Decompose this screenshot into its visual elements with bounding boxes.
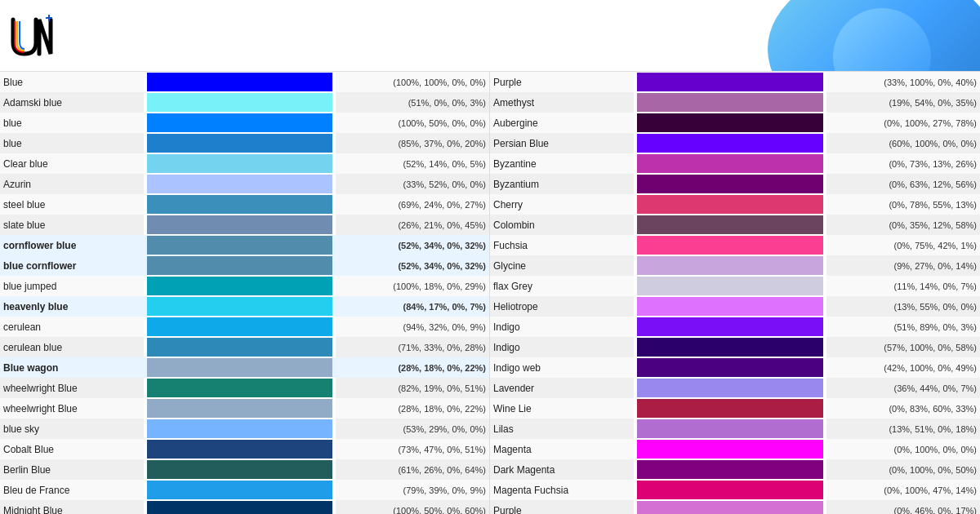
color-swatch [147,460,332,479]
color-name: Heliotrope [490,296,634,317]
color-swatch-cell [634,378,826,398]
color-value: (100%, 18%, 0%, 29%) [336,276,489,296]
color-name: Bleu de France [0,480,144,500]
color-value: (19%, 54%, 0%, 35%) [826,92,980,113]
logo-icon [7,11,56,60]
color-swatch [147,256,332,275]
table-row: blue(100%, 50%, 0%, 0%) [0,113,489,133]
color-swatch-cell [144,500,336,514]
table-row: blue jumped(100%, 18%, 0%, 29%) [0,276,489,296]
color-value: (13%, 55%, 0%, 0%) [826,296,980,317]
color-value: (100%, 50%, 0%, 60%) [336,500,489,514]
color-name: Lilas [490,419,634,439]
color-swatch-cell [144,174,336,194]
left-panel[interactable]: Blue(100%, 100%, 0%, 0%)Adamski blue(51%… [0,72,490,514]
color-name: Dark Magenta [490,459,634,480]
color-swatch [147,501,332,514]
color-name: Purple [490,72,634,92]
color-swatch-cell [634,459,826,480]
table-row: blue cornflower(52%, 34%, 0%, 32%) [0,255,489,276]
table-row: Aubergine(0%, 100%, 27%, 78%) [490,113,980,133]
color-swatch-cell [144,92,336,113]
color-name: Indigo web [490,357,634,378]
color-name: Purple [490,500,634,514]
table-row: Azurin(33%, 52%, 0%, 0%) [0,174,489,194]
color-value: (33%, 52%, 0%, 0%) [336,174,489,194]
color-swatch [637,317,822,336]
color-value: (57%, 100%, 0%, 58%) [826,337,980,357]
color-name: Colombin [490,215,634,235]
color-name: Clear blue [0,153,144,174]
color-value: (36%, 44%, 0%, 7%) [826,378,980,398]
color-swatch [147,317,332,336]
table-row: Indigo web(42%, 100%, 0%, 49%) [490,357,980,378]
color-swatch-cell [144,419,336,439]
table-row: Blue(100%, 100%, 0%, 0%) [0,72,489,92]
table-row: Byzantine(0%, 73%, 13%, 26%) [490,153,980,174]
color-swatch [637,134,822,153]
table-row: steel blue(69%, 24%, 0%, 27%) [0,194,489,215]
color-name: cornflower blue [0,235,144,255]
left-color-table: Blue(100%, 100%, 0%, 0%)Adamski blue(51%… [0,72,489,514]
color-value: (0%, 63%, 12%, 56%) [826,174,980,194]
table-row: Amethyst(19%, 54%, 0%, 35%) [490,92,980,113]
color-swatch [147,277,332,295]
color-swatch-cell [634,480,826,500]
color-swatch [147,215,332,234]
color-swatch-cell [144,317,336,337]
color-value: (0%, 78%, 55%, 13%) [826,194,980,215]
color-value: (100%, 50%, 0%, 0%) [336,113,489,133]
color-swatch [147,338,332,357]
table-row: flax Grey(11%, 14%, 0%, 7%) [490,276,980,296]
color-name: Berlin Blue [0,459,144,480]
table-row: Midnight Blue(100%, 50%, 0%, 60%) [0,500,489,514]
color-swatch [637,93,822,112]
color-swatch-cell [144,398,336,419]
table-row: Dark Magenta(0%, 100%, 0%, 50%) [490,459,980,480]
right-panel[interactable]: Purple(33%, 100%, 0%, 40%)Amethyst(19%, … [490,72,980,514]
color-swatch-cell [144,357,336,378]
color-swatch [147,440,332,459]
color-swatch-cell [144,459,336,480]
color-name: heavenly blue [0,296,144,317]
color-name: blue [0,133,144,153]
color-value: (53%, 29%, 0%, 0%) [336,419,489,439]
color-value: (0%, 100%, 0%, 50%) [826,459,980,480]
color-name: blue jumped [0,276,144,296]
color-swatch [637,358,822,377]
table-row: Bleu de France(79%, 39%, 0%, 9%) [0,480,489,500]
table-row: Lilas(13%, 51%, 0%, 18%) [490,419,980,439]
color-swatch [637,399,822,418]
table-row: wheelwright Blue(28%, 18%, 0%, 22%) [0,398,489,419]
color-value: (60%, 100%, 0%, 0%) [826,133,980,153]
color-swatch [637,460,822,479]
color-value: (0%, 100%, 27%, 78%) [826,113,980,133]
color-swatch [637,256,822,275]
color-swatch-cell [634,255,826,276]
color-value: (0%, 35%, 12%, 58%) [826,215,980,235]
color-swatch-cell [634,317,826,337]
color-swatch [147,73,332,91]
color-value: (61%, 26%, 0%, 64%) [336,459,489,480]
color-name: flax Grey [490,276,634,296]
color-swatch-cell [634,419,826,439]
color-swatch-cell [634,92,826,113]
table-row: Berlin Blue(61%, 26%, 0%, 64%) [0,459,489,480]
color-name: Persian Blue [490,133,634,153]
color-swatch-cell [634,133,826,153]
color-swatch [637,501,822,514]
color-swatch-cell [634,113,826,133]
color-swatch [147,399,332,418]
color-swatch-cell [144,153,336,174]
color-value: (42%, 100%, 0%, 49%) [826,357,980,378]
color-value: (0%, 75%, 42%, 1%) [826,235,980,255]
table-row: Persian Blue(60%, 100%, 0%, 0%) [490,133,980,153]
color-swatch [147,154,332,173]
color-name: Glycine [490,255,634,276]
color-value: (84%, 17%, 0%, 7%) [336,296,489,317]
color-swatch [147,175,332,193]
color-name: blue cornflower [0,255,144,276]
color-value: (82%, 19%, 0%, 51%) [336,378,489,398]
color-swatch [147,134,332,153]
color-name: blue sky [0,419,144,439]
